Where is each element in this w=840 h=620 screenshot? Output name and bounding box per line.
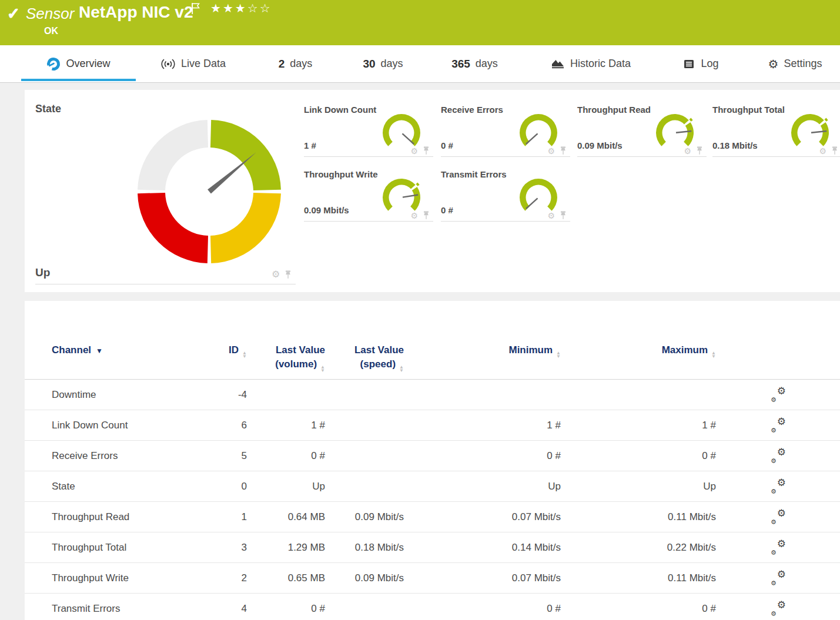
mini-gauge-actions: ⚙ xyxy=(547,146,567,155)
cell-max: 0 # xyxy=(628,450,716,462)
cell-channel[interactable]: State xyxy=(52,481,75,492)
channel-settings-icon[interactable]: ⚙⚙ xyxy=(771,571,787,585)
cell-channel[interactable]: Downtime xyxy=(52,389,96,401)
column-header-id[interactable]: ID▲▼ xyxy=(176,343,247,358)
column-header-last_volume[interactable]: Last Value(volume)▲▼ xyxy=(255,343,325,373)
cell-channel[interactable]: Throughput Total xyxy=(52,542,126,554)
broadcast-icon xyxy=(160,59,176,69)
pin-icon[interactable] xyxy=(423,211,430,220)
channel-row: State0UpUpUp ⚙⚙ xyxy=(25,471,840,502)
state-gauge-title: State xyxy=(35,103,61,115)
column-header-last_speed[interactable]: Last Value(speed)▲▼ xyxy=(322,343,404,373)
sensor-name: NetApp NIC v2 xyxy=(79,3,193,22)
tab-label: Log xyxy=(701,58,718,70)
tab-settings[interactable]: ⚙Settings xyxy=(755,45,835,82)
cell-channel[interactable]: Receive Errors xyxy=(52,450,118,462)
channel-row: Transmit Errors40 #0 #0 # ⚙⚙ xyxy=(25,594,840,620)
mini-gauge-title: Throughput Total xyxy=(712,105,785,115)
sort-arrows-icon[interactable]: ▲▼ xyxy=(711,351,716,358)
pin-icon[interactable] xyxy=(560,146,567,155)
cell-id: 0 xyxy=(176,481,247,492)
cell-min: 1 # xyxy=(473,420,561,431)
column-header-min[interactable]: Minimum▲▼ xyxy=(473,343,561,358)
mini-gauge-actions: ⚙ xyxy=(410,146,430,155)
cell-id: 3 xyxy=(176,542,247,554)
cell-channel[interactable]: Throughput Write xyxy=(52,572,129,584)
cell-min: 0.07 Mbit/s xyxy=(473,572,561,584)
cell-last_speed: 0.09 Mbit/s xyxy=(322,511,404,523)
cell-last_speed: 0.09 Mbit/s xyxy=(322,572,404,584)
mini-gauge-panel-link-down-count: Link Down Count 1 # ⚙ xyxy=(304,105,433,157)
channel-row: Throughput Read10.64 MB0.09 Mbit/s0.07 M… xyxy=(25,502,840,532)
gauge-settings-gear-icon[interactable]: ⚙ xyxy=(410,147,418,155)
pin-icon[interactable] xyxy=(285,270,292,279)
tab-live-data[interactable]: Live Data xyxy=(154,45,232,82)
cell-last_volume: 1.29 MB xyxy=(255,542,325,554)
cell-id: 1 xyxy=(176,511,247,523)
mini-gauge-title: Link Down Count xyxy=(304,105,376,115)
tab-30-days[interactable]: 30days xyxy=(352,45,414,82)
cell-last_speed: 0.18 Mbit/s xyxy=(322,542,404,554)
column-header-channel[interactable]: Channel▼ xyxy=(52,343,103,358)
tab-number: 2 xyxy=(279,58,285,71)
tab-number: 30 xyxy=(363,58,375,71)
priority-stars[interactable]: ★★★☆☆ xyxy=(210,1,272,15)
sensor-status-header: ✓ Sensor NetApp NIC v2 ★★★☆☆ OK xyxy=(0,0,840,45)
divider xyxy=(35,284,296,284)
channel-settings-icon[interactable]: ⚙⚙ xyxy=(771,388,787,402)
channel-settings-icon[interactable]: ⚙⚙ xyxy=(771,510,787,524)
channel-settings-icon[interactable]: ⚙⚙ xyxy=(771,602,787,616)
gauge-settings-gear-icon[interactable]: ⚙ xyxy=(819,147,826,155)
mini-gauge-actions: ⚙ xyxy=(684,146,703,155)
tab-365-days[interactable]: 365days xyxy=(441,45,508,82)
tab-2-days[interactable]: 2days xyxy=(267,45,323,82)
tab-number: 365 xyxy=(451,58,470,71)
cell-channel[interactable]: Throughput Read xyxy=(52,511,129,523)
cell-id: -4 xyxy=(176,389,247,401)
channel-settings-icon[interactable]: ⚙⚙ xyxy=(771,418,787,433)
area-chart-icon xyxy=(551,58,565,69)
column-header-max[interactable]: Maximum▲▼ xyxy=(628,343,716,358)
pin-icon[interactable] xyxy=(560,211,567,220)
pin-icon[interactable] xyxy=(831,146,838,155)
channel-settings-icon[interactable]: ⚙⚙ xyxy=(771,480,787,494)
sort-arrows-icon[interactable]: ▲▼ xyxy=(556,351,561,358)
cell-last_volume: 0 # xyxy=(255,450,325,462)
mini-gauge-title: Throughput Read xyxy=(577,105,651,115)
mini-gauge-panel-transmit-errors: Transmit Errors 0 # ⚙ xyxy=(441,169,570,222)
gauge-settings-gear-icon[interactable]: ⚙ xyxy=(272,270,280,279)
pin-icon[interactable] xyxy=(423,146,430,155)
sort-arrows-icon[interactable]: ▲▼ xyxy=(242,351,247,358)
tab-historic-data[interactable]: Historic Data xyxy=(536,45,645,82)
mini-gauge-title: Throughput Write xyxy=(304,169,378,179)
tab-overview[interactable]: Overview xyxy=(21,45,136,82)
state-gauge xyxy=(138,120,281,263)
cell-max: 0.11 Mbit/s xyxy=(628,572,716,584)
gauge-settings-gear-icon[interactable]: ⚙ xyxy=(684,147,691,155)
tab-label: days xyxy=(476,58,498,70)
cell-max: Up xyxy=(628,481,716,492)
channel-row: Downtime-4 ⚙⚙ xyxy=(25,380,840,410)
gauge-settings-gear-icon[interactable]: ⚙ xyxy=(547,147,555,155)
tab-log[interactable]: Log xyxy=(674,45,727,82)
active-tab-underline xyxy=(21,79,136,81)
gauge-settings-gear-icon[interactable]: ⚙ xyxy=(547,212,555,220)
mini-gauge-value: 0.09 Mbit/s xyxy=(577,140,623,150)
cell-min: 0 # xyxy=(473,603,561,615)
priority-flag-icon[interactable] xyxy=(191,2,201,17)
sort-desc-icon: ▼ xyxy=(96,347,103,355)
tab-label: Overview xyxy=(66,58,110,70)
mini-gauge-actions: ⚙ xyxy=(547,211,567,220)
channel-settings-icon[interactable]: ⚙⚙ xyxy=(771,541,787,555)
gear-icon: ⚙ xyxy=(768,58,779,70)
cell-channel[interactable]: Link Down Count xyxy=(52,420,128,431)
mini-gauge-actions: ⚙ xyxy=(410,211,430,220)
cell-last_volume: 0.64 MB xyxy=(255,511,325,523)
channel-settings-icon[interactable]: ⚙⚙ xyxy=(771,449,787,463)
gauge-settings-gear-icon[interactable]: ⚙ xyxy=(410,212,418,220)
sort-arrows-icon[interactable]: ▲▼ xyxy=(399,366,404,373)
pin-icon[interactable] xyxy=(696,146,703,155)
sensor-status-text: OK xyxy=(44,26,58,36)
mini-gauge-value: 0 # xyxy=(441,140,453,150)
cell-channel[interactable]: Transmit Errors xyxy=(52,603,121,615)
